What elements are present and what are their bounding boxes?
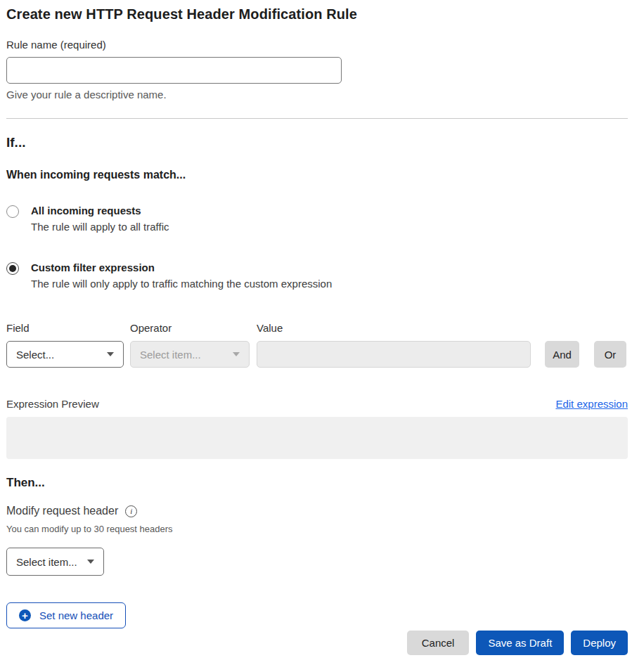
modify-request-header-label: Modify request header: [6, 505, 118, 517]
set-new-header-label: Set new header: [39, 609, 113, 621]
radio-option-all-requests[interactable]: All incoming requests The rule will appl…: [6, 205, 628, 233]
field-label: Field: [6, 322, 124, 334]
radio-label-custom-expression: Custom filter expression: [31, 261, 332, 273]
operator-select-value: Select item...: [140, 349, 201, 361]
if-heading: If...: [6, 135, 628, 150]
footer-actions: Cancel Save as Draft Deploy: [6, 631, 628, 655]
or-button[interactable]: Or: [594, 341, 626, 368]
radio-button-icon[interactable]: [6, 262, 19, 275]
field-select[interactable]: Select...: [6, 341, 124, 368]
header-action-select[interactable]: Select item...: [6, 548, 104, 576]
section-divider: [6, 118, 628, 119]
then-heading: Then...: [6, 476, 628, 490]
value-label: Value: [257, 322, 531, 334]
set-new-header-button[interactable]: + Set new header: [6, 602, 126, 628]
operator-label: Operator: [130, 322, 250, 334]
chevron-down-icon: [107, 352, 114, 356]
expression-builder-row: Field Select... Operator Select item... …: [6, 322, 628, 368]
match-subheading: When incoming requests match...: [6, 169, 628, 181]
edit-expression-link[interactable]: Edit expression: [555, 398, 628, 410]
deploy-button[interactable]: Deploy: [571, 631, 628, 655]
radio-desc-all-requests: The rule will apply to all traffic: [31, 221, 169, 233]
chevron-down-icon: [233, 352, 240, 356]
rule-name-label: Rule name (required): [6, 39, 628, 51]
header-action-select-value: Select item...: [16, 556, 77, 568]
radio-button-icon[interactable]: [6, 205, 19, 218]
radio-option-custom-expression[interactable]: Custom filter expression The rule will o…: [6, 261, 628, 290]
create-rule-form: Create new HTTP Request Header Modificat…: [0, 0, 632, 655]
chevron-down-icon: [87, 560, 94, 564]
expression-preview-box: [6, 417, 628, 459]
rule-name-input[interactable]: [6, 57, 342, 84]
page-title: Create new HTTP Request Header Modificat…: [6, 6, 628, 22]
expression-preview-label: Expression Preview: [6, 398, 99, 410]
rule-name-helper: Give your rule a descriptive name.: [6, 89, 628, 101]
cancel-button[interactable]: Cancel: [407, 631, 470, 655]
expression-preview-header: Expression Preview Edit expression: [6, 398, 628, 410]
modify-header-helper: You can modify up to 30 request headers: [6, 524, 628, 534]
and-button[interactable]: And: [545, 341, 579, 368]
value-input: [257, 341, 531, 368]
plus-circle-icon: +: [19, 609, 31, 621]
field-select-value: Select...: [16, 349, 54, 361]
info-icon[interactable]: i: [125, 505, 137, 517]
save-as-draft-button[interactable]: Save as Draft: [476, 631, 564, 655]
operator-select: Select item...: [130, 341, 250, 368]
radio-desc-custom-expression: The rule will only apply to traffic matc…: [31, 278, 332, 290]
radio-label-all-requests: All incoming requests: [31, 205, 169, 217]
